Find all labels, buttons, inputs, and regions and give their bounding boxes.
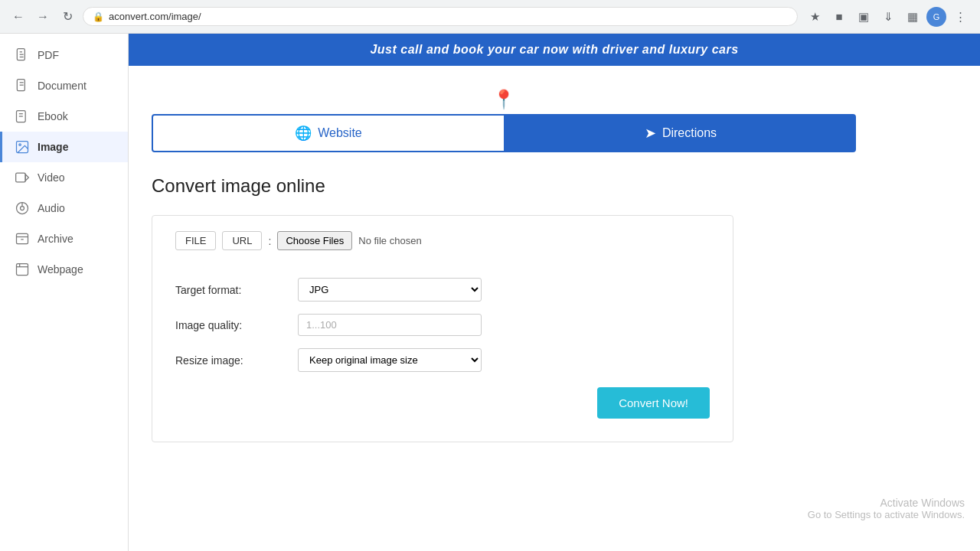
back-button[interactable]: ← [9,8,28,26]
svg-point-11 [19,144,21,146]
convert-row: Convert Now! [175,387,710,419]
forward-button[interactable]: → [34,8,52,26]
file-url-row: FILE URL : Choose Files No file chosen [175,231,710,266]
menu-button[interactable]: ⋮ [949,6,971,28]
app-layout: PDF Document Ebook Image Video [0,34,980,551]
browser-toolbar: ★ ■ ▣ ⇓ ▦ G ⋮ [804,6,971,28]
sidebar-item-webpage[interactable]: Webpage [0,254,128,285]
browser-chrome: ← → ↻ 🔒 aconvert.com/image/ ★ ■ ▣ ⇓ ▦ G … [0,0,980,34]
location-pin-area: 📍 [152,81,856,114]
main-content: 📍 🌐 Website ➤ Directions Convert image o… [129,66,879,458]
file-chooser-group: Choose Files No file chosen [277,231,421,250]
sidebar-item-pdf[interactable]: PDF [0,40,128,70]
svg-rect-12 [16,173,26,182]
no-file-text: No file chosen [358,235,421,246]
sidebar-item-document[interactable]: Document [0,70,128,101]
file-tab[interactable]: FILE [175,231,216,250]
sidebar-item-ebook[interactable]: Ebook [0,101,128,132]
file-url-tabs: FILE URL : Choose Files No file chosen [175,231,422,250]
sidebar-label-image: Image [38,141,68,153]
download-button[interactable]: ⇓ [877,6,899,28]
svg-rect-20 [17,264,28,276]
image-icon [15,139,30,155]
svg-marker-13 [25,174,28,181]
more-tools-button[interactable]: ▣ [853,6,874,28]
resize-image-select[interactable]: Keep original image size Custom size Per… [298,348,482,372]
website-label: Website [318,126,362,140]
avatar[interactable]: G [926,7,946,27]
reload-button[interactable]: ↻ [58,8,77,26]
directions-label: Directions [662,126,717,140]
image-quality-input[interactable] [298,314,482,336]
extensions-button[interactable]: ■ [828,6,850,28]
sidebar: PDF Document Ebook Image Video [0,34,129,551]
sidebar-item-video[interactable]: Video [0,162,128,193]
url-tab[interactable]: URL [222,231,262,250]
tab-strip-button[interactable]: ▦ [902,6,923,28]
sidebar-label-video: Video [38,171,65,184]
svg-point-15 [21,207,24,210]
document-icon [15,78,30,93]
target-format-select[interactable]: JPG PNG GIF BMP WEBP SVG [298,278,482,302]
image-quality-label: Image quality: [175,319,298,331]
sidebar-label-ebook: Ebook [38,110,68,122]
target-format-label: Target format: [175,284,298,296]
convert-button[interactable]: Convert Now! [597,387,710,419]
directions-icon: ➤ [645,125,656,142]
choose-files-button[interactable]: Choose Files [277,231,352,250]
target-format-row: Target format: JPG PNG GIF BMP WEBP SVG [175,278,710,302]
sidebar-label-archive: Archive [38,233,74,245]
website-button[interactable]: 🌐 Website [152,114,505,152]
resize-image-row: Resize image: Keep original image size C… [175,348,710,372]
address-bar[interactable]: 🔒 aconvert.com/image/ [83,7,798,26]
action-buttons: 🌐 Website ➤ Directions [152,114,856,152]
form-section: FILE URL : Choose Files No file chosen T… [152,215,733,442]
bookmark-button[interactable]: ★ [804,6,825,28]
ad-text: Just call and book your car now with dri… [370,43,738,56]
lock-icon: 🔒 [93,11,104,22]
archive-icon [15,231,30,246]
image-quality-row: Image quality: [175,314,710,336]
video-icon [15,170,30,185]
svg-rect-17 [17,233,28,243]
globe-icon: 🌐 [295,125,312,142]
resize-image-label: Resize image: [175,354,298,367]
ad-banner: Just call and book your car now with dri… [129,34,980,66]
sidebar-label-audio: Audio [38,202,65,214]
sidebar-item-archive[interactable]: Archive [0,223,128,254]
webpage-icon [15,262,30,277]
content-area: Just call and book your car now with dri… [129,34,980,551]
colon-separator: : [268,235,271,247]
directions-button[interactable]: ➤ Directions [505,114,856,152]
audio-icon [15,201,30,216]
url-text: aconvert.com/image/ [109,11,201,22]
sidebar-label-webpage: Webpage [38,263,83,276]
sidebar-label-pdf: PDF [38,49,59,61]
sidebar-label-document: Document [38,80,87,92]
ebook-icon [15,109,30,124]
sidebar-item-audio[interactable]: Audio [0,193,128,223]
sidebar-item-image[interactable]: Image [0,132,128,162]
location-pin-icon: 📍 [492,89,515,109]
pdf-icon [15,47,30,63]
page-title: Convert image online [152,175,856,197]
